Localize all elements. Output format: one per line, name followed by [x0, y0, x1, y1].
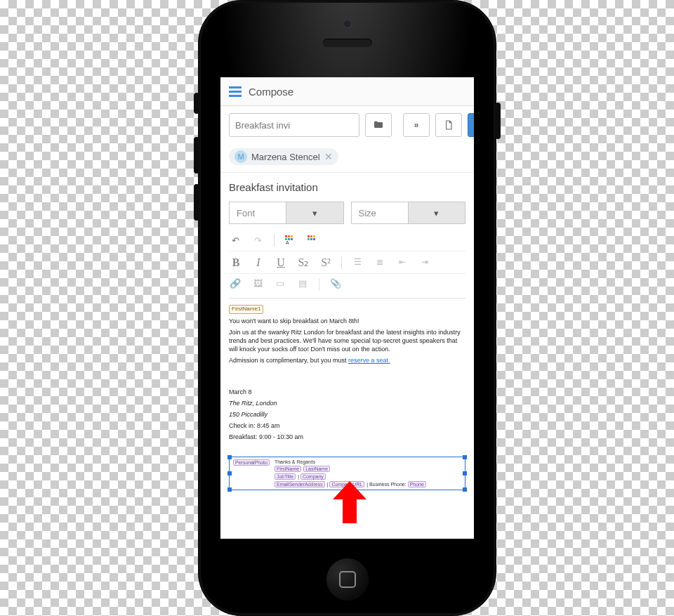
front-camera [343, 20, 352, 28]
home-button[interactable] [326, 558, 369, 601]
earpiece-speaker [323, 39, 372, 47]
bold-button[interactable]: B [229, 256, 243, 269]
resize-handle[interactable] [227, 471, 232, 476]
volume-down-button [194, 184, 199, 221]
token-last-name[interactable]: LastName [303, 466, 330, 472]
save-draft-button[interactable] [435, 113, 462, 137]
merge-token-firstname[interactable]: FirstName1 [229, 305, 263, 314]
token-personal-photo[interactable]: PersonalPhoto [233, 459, 270, 466]
resize-handle[interactable] [463, 455, 467, 459]
token-job-title[interactable]: JobTitle [275, 473, 296, 480]
chevron-down-icon: ▾ [408, 202, 465, 223]
svg-rect-2 [291, 235, 293, 237]
phone-frame: Compose » M Marzena Stencel ✕ [198, 0, 496, 616]
font-select-label: Font [230, 208, 286, 218]
recipient-chip[interactable]: M Marzena Stencel ✕ [229, 148, 338, 165]
chevron-down-icon: ▾ [286, 202, 343, 223]
body-line-1: You won't want to skip breakfast on Marc… [229, 317, 465, 325]
subject-line[interactable]: Breakfast invitation [220, 173, 474, 196]
svg-rect-11 [310, 238, 312, 240]
resize-handle[interactable] [463, 471, 467, 476]
body-line-2: Join us at the swanky Ritz London for br… [229, 328, 465, 353]
size-select[interactable]: Size ▾ [351, 202, 466, 224]
subject-preview-input[interactable] [229, 113, 359, 137]
recipients-field[interactable]: M Marzena Stencel ✕ [220, 144, 474, 173]
send-button[interactable] [468, 113, 474, 137]
svg-rect-5 [291, 238, 293, 240]
svg-rect-8 [310, 235, 312, 237]
token-first-name[interactable]: FirstName [275, 466, 301, 472]
mute-switch [194, 93, 199, 114]
volume-up-button [194, 137, 199, 173]
token-company-url[interactable]: CompanyURL [329, 481, 364, 487]
recipient-name: Marzena Stencel [251, 152, 320, 162]
superscript-button[interactable]: S² [319, 256, 333, 269]
editor-toolbar: Font ▾ Size ▾ ↶ ↷ A B [220, 196, 474, 299]
insert-block-button[interactable]: ▭ [274, 278, 286, 291]
event-address: 150 Piccadilly [229, 410, 465, 419]
size-select-label: Size [352, 208, 408, 218]
resize-handle[interactable] [463, 487, 467, 492]
compose-toolbar: » [220, 106, 474, 144]
event-breakfast: Breakfast: 9:00 - 10:30 am [229, 433, 465, 441]
more-button[interactable]: » [403, 113, 430, 137]
svg-rect-12 [313, 238, 315, 240]
event-date: March 8 [229, 388, 465, 396]
svg-rect-9 [313, 235, 315, 237]
text-color-button[interactable]: A [284, 235, 297, 246]
highlight-color-button[interactable] [307, 235, 319, 246]
table-button[interactable]: ▤ [296, 278, 309, 291]
biz-phone-label: Business Phone: [369, 482, 407, 487]
svg-rect-0 [285, 235, 287, 237]
signature-greeting: Thanks & Regards [272, 459, 429, 465]
document-icon [443, 119, 454, 131]
email-body-editor[interactable]: FirstName1 You won't want to skip breakf… [220, 304, 474, 451]
resize-handle[interactable] [227, 455, 232, 459]
svg-rect-7 [308, 235, 310, 237]
event-checkin: Check in: 8:45 am [229, 421, 465, 430]
app-header: Compose [220, 77, 474, 106]
image-button[interactable]: 🖼 [251, 278, 264, 291]
font-select[interactable]: Font ▾ [229, 202, 344, 224]
folder-button[interactable] [365, 113, 392, 137]
svg-rect-1 [288, 235, 290, 237]
menu-icon[interactable] [229, 86, 242, 97]
resize-handle[interactable] [227, 487, 232, 492]
underline-button[interactable]: U [274, 256, 288, 269]
power-button [495, 103, 501, 139]
event-venue: The Ritz, London [229, 399, 465, 407]
subscript-button[interactable]: S₂ [296, 256, 310, 269]
ordered-list-button[interactable]: ☰ [350, 257, 364, 268]
token-email[interactable]: EmailSenderAddress [275, 481, 325, 487]
token-phone[interactable]: Phone [408, 481, 426, 487]
attachment-button[interactable]: 📎 [329, 278, 342, 291]
undo-button[interactable]: ↶ [229, 235, 242, 246]
indent-button[interactable]: ⇥ [418, 257, 432, 268]
svg-text:A: A [286, 240, 289, 245]
unordered-list-button[interactable]: ≣ [373, 257, 387, 268]
avatar: M [234, 150, 247, 163]
page-title: Compose [249, 86, 293, 98]
svg-rect-10 [308, 238, 310, 240]
folder-icon [373, 119, 384, 131]
remove-recipient-icon[interactable]: ✕ [324, 151, 333, 162]
signature-block[interactable]: PersonalPhoto Thanks & Regards FirstName… [229, 457, 465, 490]
token-company[interactable]: Company [300, 473, 326, 480]
reserve-seat-link[interactable]: reserve a seat. [348, 357, 390, 364]
italic-button[interactable]: I [251, 256, 265, 269]
redo-button[interactable]: ↷ [251, 235, 264, 246]
link-button[interactable]: 🔗 [229, 278, 242, 291]
body-line-3: Admission is complimentary, but you must… [229, 356, 465, 365]
app-screen: Compose » M Marzena Stencel ✕ [220, 77, 474, 539]
outdent-button[interactable]: ⇤ [395, 257, 409, 268]
